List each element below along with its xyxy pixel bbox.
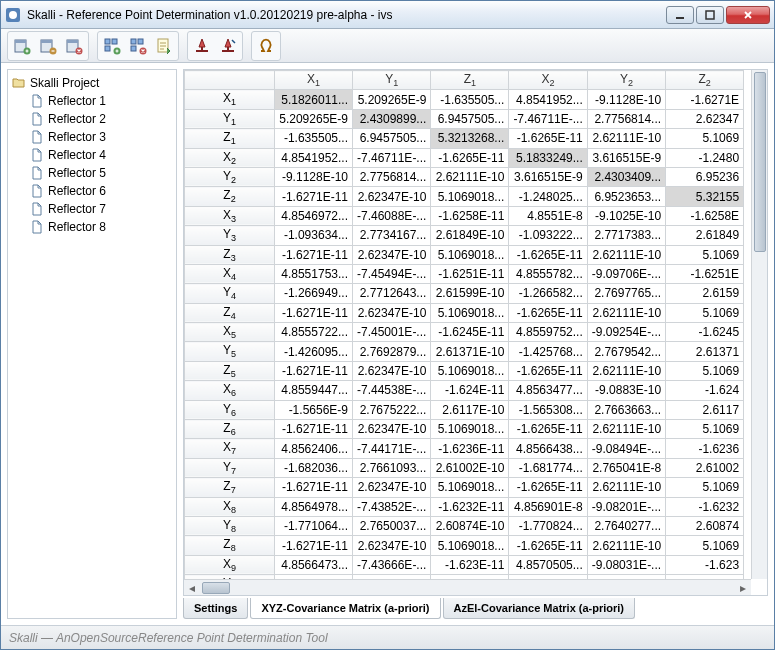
table-cell[interactable]: 5.1069018... bbox=[431, 420, 509, 439]
table-cell[interactable]: 5.1069 bbox=[666, 303, 744, 322]
table-cell[interactable]: 2.7712643... bbox=[353, 284, 431, 303]
project-tree-panel[interactable]: Skalli Project Reflector 1Reflector 2Ref… bbox=[7, 69, 177, 619]
table-cell[interactable]: 4.8555722... bbox=[275, 323, 353, 342]
table-cell[interactable]: -1.266582... bbox=[509, 284, 587, 303]
table-cell[interactable]: -7.44538E-... bbox=[353, 381, 431, 400]
table-cell[interactable]: 2.62347E-10 bbox=[353, 361, 431, 380]
table-cell[interactable]: 2.6117E-10 bbox=[431, 400, 509, 419]
toolbar-btn-6[interactable] bbox=[151, 33, 177, 59]
table-cell[interactable]: -9.0883E-10 bbox=[587, 381, 665, 400]
table-cell[interactable]: -1.5656E-9 bbox=[275, 400, 353, 419]
tree-item-reflector[interactable]: Reflector 1 bbox=[12, 92, 172, 110]
table-cell[interactable]: 5.1826011... bbox=[275, 90, 353, 109]
table-cell[interactable]: -7.43852E-... bbox=[353, 497, 431, 516]
column-header[interactable]: Y1 bbox=[353, 71, 431, 90]
table-cell[interactable]: 2.7661093... bbox=[353, 458, 431, 477]
vertical-scrollbar[interactable] bbox=[751, 70, 767, 579]
vscroll-thumb[interactable] bbox=[754, 72, 766, 252]
table-cell[interactable]: 2.62111E-10 bbox=[587, 420, 665, 439]
table-cell[interactable]: 2.60874E-10 bbox=[431, 516, 509, 535]
table-cell[interactable]: 2.62111E-10 bbox=[587, 536, 665, 555]
table-cell[interactable]: 2.61002 bbox=[666, 458, 744, 477]
column-header[interactable]: X1 bbox=[275, 71, 353, 90]
table-cell[interactable]: 4.8541952... bbox=[275, 148, 353, 167]
table-cell[interactable]: 5.1069 bbox=[666, 245, 744, 264]
table-cell[interactable]: -1.6245E-11 bbox=[431, 323, 509, 342]
table-cell[interactable]: 2.61371 bbox=[666, 342, 744, 361]
table-cell[interactable]: 2.60874 bbox=[666, 516, 744, 535]
table-cell[interactable]: -1.6251E bbox=[666, 264, 744, 283]
toolbar-btn-5[interactable] bbox=[125, 33, 151, 59]
tree-item-reflector[interactable]: Reflector 6 bbox=[12, 182, 172, 200]
table-cell[interactable]: 5.1069018... bbox=[431, 303, 509, 322]
table-cell[interactable]: 2.7756814... bbox=[587, 109, 665, 128]
table-cell[interactable]: 5.3213268... bbox=[431, 129, 509, 148]
table-cell[interactable]: -1.6271E bbox=[666, 90, 744, 109]
table-cell[interactable]: 2.62347 bbox=[666, 109, 744, 128]
row-header[interactable]: Y6 bbox=[185, 400, 275, 419]
table-cell[interactable]: 6.9523653... bbox=[587, 187, 665, 206]
table-cell[interactable]: 5.1069018... bbox=[431, 361, 509, 380]
table-cell[interactable]: -1.6271E-11 bbox=[275, 420, 353, 439]
row-header[interactable]: X4 bbox=[185, 264, 275, 283]
table-cell[interactable]: -1.6251E-11 bbox=[431, 264, 509, 283]
table-cell[interactable]: 5.209265E-9 bbox=[275, 109, 353, 128]
table-cell[interactable]: -1.6265E-11 bbox=[509, 245, 587, 264]
row-header[interactable]: Y3 bbox=[185, 226, 275, 245]
table-cell[interactable]: -1.623 bbox=[666, 555, 744, 574]
table-cell[interactable]: 2.62347E-10 bbox=[353, 420, 431, 439]
row-header[interactable]: Y4 bbox=[185, 284, 275, 303]
table-cell[interactable]: 2.62111E-10 bbox=[587, 361, 665, 380]
table-cell[interactable]: -9.1128E-10 bbox=[587, 90, 665, 109]
table-cell[interactable]: 5.209265E-9 bbox=[353, 90, 431, 109]
hscroll-thumb[interactable] bbox=[202, 582, 230, 594]
table-cell[interactable]: 2.7756814... bbox=[353, 167, 431, 186]
row-header[interactable]: Y2 bbox=[185, 167, 275, 186]
row-header[interactable]: X5 bbox=[185, 323, 275, 342]
table-cell[interactable]: 2.4303409... bbox=[587, 167, 665, 186]
toolbar-btn-1[interactable] bbox=[9, 33, 35, 59]
table-cell[interactable]: 6.9457505... bbox=[353, 129, 431, 148]
table-cell[interactable]: 4.8559752... bbox=[509, 323, 587, 342]
table-cell[interactable]: 2.61002E-10 bbox=[431, 458, 509, 477]
table-cell[interactable]: 2.7692879... bbox=[353, 342, 431, 361]
table-cell[interactable]: 5.1069018... bbox=[431, 187, 509, 206]
table-cell[interactable]: -1.6271E-11 bbox=[275, 245, 353, 264]
table-cell[interactable]: 4.8566438... bbox=[509, 439, 587, 458]
table-cell[interactable]: -9.09254E-... bbox=[587, 323, 665, 342]
row-header[interactable]: X1 bbox=[185, 90, 275, 109]
table-cell[interactable]: 2.7717383... bbox=[587, 226, 665, 245]
table-cell[interactable]: -1.623E-11 bbox=[431, 555, 509, 574]
row-header[interactable]: X7 bbox=[185, 439, 275, 458]
table-cell[interactable]: 4.8546972... bbox=[275, 206, 353, 225]
row-header[interactable]: X8 bbox=[185, 497, 275, 516]
table-cell[interactable]: -1.6271E-11 bbox=[275, 536, 353, 555]
table-cell[interactable]: 4.8555782... bbox=[509, 264, 587, 283]
table-cell[interactable]: -9.08201E-... bbox=[587, 497, 665, 516]
table-cell[interactable]: 2.7697765... bbox=[587, 284, 665, 303]
table-cell[interactable]: -1.6258E bbox=[666, 206, 744, 225]
table-cell[interactable]: 4.8551E-8 bbox=[509, 206, 587, 225]
tab[interactable]: Settings bbox=[183, 598, 248, 619]
row-header[interactable]: Z6 bbox=[185, 420, 275, 439]
table-cell[interactable]: 2.7650037... bbox=[353, 516, 431, 535]
table-cell[interactable]: 2.7679542... bbox=[587, 342, 665, 361]
toolbar-btn-8[interactable] bbox=[215, 33, 241, 59]
row-header[interactable]: X9 bbox=[185, 555, 275, 574]
table-cell[interactable]: -1.771064... bbox=[275, 516, 353, 535]
table-cell[interactable]: 4.8570505... bbox=[509, 555, 587, 574]
table-cell[interactable]: 2.62111E-10 bbox=[587, 303, 665, 322]
table-cell[interactable]: 5.1833249... bbox=[509, 148, 587, 167]
table-cell[interactable]: -1.6265E-11 bbox=[509, 478, 587, 497]
table-cell[interactable]: -1.2480 bbox=[666, 148, 744, 167]
table-cell[interactable]: -9.1128E-10 bbox=[275, 167, 353, 186]
table-cell[interactable]: -1.624 bbox=[666, 381, 744, 400]
table-cell[interactable]: -1.635505... bbox=[431, 90, 509, 109]
table-cell[interactable]: -7.45001E-... bbox=[353, 323, 431, 342]
table-cell[interactable]: 5.1069018... bbox=[431, 536, 509, 555]
table-cell[interactable]: 2.62347E-10 bbox=[353, 303, 431, 322]
tree-item-reflector[interactable]: Reflector 8 bbox=[12, 218, 172, 236]
table-cell[interactable]: -1.682036... bbox=[275, 458, 353, 477]
row-header[interactable]: X2 bbox=[185, 148, 275, 167]
table-cell[interactable]: 2.61849 bbox=[666, 226, 744, 245]
